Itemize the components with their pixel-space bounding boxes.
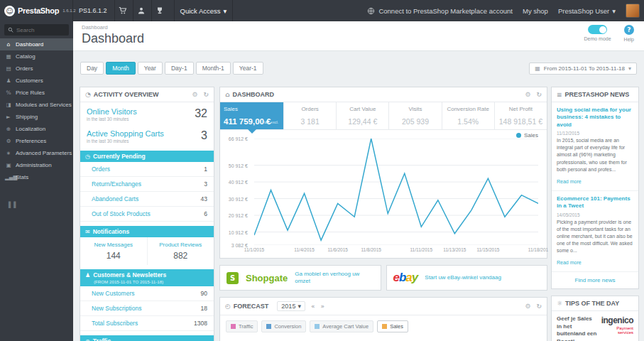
prestashop-news-panel: ≡ PRESTASHOP NEWS Using social media for… xyxy=(551,87,639,289)
customers-row-total-subscribers[interactable]: Total Subscribers 1308 xyxy=(80,316,214,331)
product-reviews-cell[interactable]: Product Reviews 882 xyxy=(148,237,214,265)
news-article-title[interactable]: Using social media for your business: 4 … xyxy=(557,107,633,129)
shopgate-promo[interactable]: S Shopgate Ga mobiel en verhoog uw omzet xyxy=(219,265,381,291)
pending-row-abandoned-carts[interactable]: Abandoned Carts 43 xyxy=(80,192,214,207)
prev-year-button[interactable]: « xyxy=(311,303,315,310)
forecast-legend-average-cart-value[interactable]: Average Cart Value xyxy=(310,320,373,332)
gear-icon[interactable]: ⚙ xyxy=(192,91,197,98)
activity-icon: ◔ xyxy=(85,91,91,98)
forecast-legend-sales[interactable]: Sales xyxy=(377,320,408,332)
kpi-conversion-rate[interactable]: Conversion Rate 1.54% xyxy=(442,102,495,129)
ebay-promo[interactable]: ebay Start uw eBay-winkel vandaag xyxy=(386,265,548,291)
kpi-visits[interactable]: Visits 205 939 xyxy=(389,102,442,129)
prestashop-logo[interactable]: ☺ PrestaShop 1.6.1.2 xyxy=(0,0,73,21)
legend-dot xyxy=(516,133,521,138)
x-axis-label: 11/18/201 xyxy=(528,247,548,252)
prestashop-logo-icon: ☺ xyxy=(4,6,15,16)
sidebar-menu: ⌂ Dashboard ▦ Catalog ▤ Orders ♟ Custome… xyxy=(0,38,73,183)
sidebar-collapse-button[interactable]: ▌▌ xyxy=(9,202,73,208)
read-more-link[interactable]: Read more xyxy=(557,179,582,184)
forecast-year-select[interactable]: 2015 ▾ xyxy=(277,301,305,311)
sidebar-item-administration[interactable]: ▣ Administration xyxy=(0,159,73,171)
customers-row-new-customers[interactable]: New Customers 90 xyxy=(80,286,214,301)
sidebar-item-customers[interactable]: ♟ Customers xyxy=(0,75,73,87)
globe-icon xyxy=(367,7,375,15)
refresh-icon[interactable]: ↻ xyxy=(203,91,209,98)
sidebar-item-localization[interactable]: ⊕ Localization xyxy=(0,123,73,135)
date-range-picker[interactable]: ▦ From 2015-11-01 To 2015-11-18 ▾ xyxy=(529,63,637,75)
kpi-sales[interactable]: Sales 411 759,00 € tax excl. xyxy=(220,102,284,129)
sidebar-item-shipping[interactable]: ► Shipping xyxy=(0,111,73,123)
sidebar-item-advanced-parameters[interactable]: ∗ Advanced Parameters xyxy=(0,147,73,159)
chevron-down-icon: ▾ xyxy=(298,303,301,310)
forecast-legend-conversion[interactable]: Conversion xyxy=(261,320,306,332)
marketplace-connect-label: Connect to PrestaShop Marketplace accoun… xyxy=(378,7,513,15)
avatar[interactable] xyxy=(626,4,640,18)
quick-access-menu[interactable]: Quick Access ▾ xyxy=(174,0,234,21)
x-axis-label: 11/4/2015 xyxy=(294,247,314,252)
user-menu[interactable]: PrestaShop User ▾ xyxy=(558,7,616,15)
breadcrumb[interactable]: Dashboard xyxy=(82,24,635,31)
x-axis-label: 11/15/2015 xyxy=(476,247,499,252)
filter-year-1-button[interactable]: Year-1 xyxy=(233,62,263,75)
kpi-cart-value[interactable]: Cart Value 129,44 € xyxy=(337,102,389,129)
gear-icon[interactable]: ⚙ xyxy=(525,91,530,98)
time-filter-bar: Day Month Year Day-1 Month-1 Year-1 ▦ Fr… xyxy=(80,62,637,75)
customers-row-new-subscriptions[interactable]: New Subscriptions 18 xyxy=(80,301,214,316)
cart-icon[interactable] xyxy=(114,0,131,21)
new-messages-cell[interactable]: New Messages 144 xyxy=(80,237,148,265)
dashboard-panel: ⌂ DASHBOARD ⚙ ↻ Sales 411 759,00 € tax e… xyxy=(219,87,547,259)
refresh-icon[interactable]: ↻ xyxy=(536,91,542,98)
help-button[interactable]: ? Help xyxy=(624,25,634,42)
dashboard-panel-title: DASHBOARD xyxy=(232,91,274,98)
sidebar-search[interactable] xyxy=(4,24,69,36)
filter-month-button[interactable]: Month xyxy=(106,62,136,75)
tips-panel-title: TIPS OF THE DAY xyxy=(565,300,619,307)
sidebar-item-catalog[interactable]: ▦ Catalog xyxy=(0,50,73,63)
sidebar-item-price-rules[interactable]: % Price Rules xyxy=(0,87,73,99)
filter-month-1-button[interactable]: Month-1 xyxy=(196,62,231,75)
filter-year-button[interactable]: Year xyxy=(138,62,163,75)
pending-row-orders[interactable]: Orders 1 xyxy=(80,162,214,177)
chart-legend[interactable]: Sales xyxy=(516,132,538,139)
pending-section-header: ◷ Currently Pending xyxy=(80,151,214,162)
sidebar-item-dashboard[interactable]: ⌂ Dashboard xyxy=(0,38,73,50)
sidebar-item-preferences[interactable]: ⚙ Preferences xyxy=(0,135,73,147)
sidebar-item-modules[interactable]: ◨ Modules and Services xyxy=(0,99,73,111)
trophy-icon[interactable] xyxy=(151,0,168,21)
refresh-icon[interactable]: ↻ xyxy=(536,303,542,310)
customers-section-header: ♟ Customers & Newsletters (FROM 2015-11-… xyxy=(80,269,214,286)
kpi-net-profit[interactable]: Net Profit 148 918,51 € xyxy=(495,102,547,129)
active-carts-stat[interactable]: Active Shopping Carts in the last 30 min… xyxy=(80,124,214,146)
pending-row-returns[interactable]: Return/Exchanges 3 xyxy=(80,177,214,192)
filter-day-1-button[interactable]: Day-1 xyxy=(165,62,194,75)
read-more-link[interactable]: Read more xyxy=(557,260,582,265)
demo-mode-toggle[interactable]: Demo mode xyxy=(584,25,611,42)
quick-access-label: Quick Access xyxy=(180,7,221,15)
online-visitors-stat[interactable]: Online Visitors in the last 30 minutes 3… xyxy=(80,102,214,124)
shopgate-link[interactable]: Ga mobiel en verhoog uw omzet xyxy=(295,271,373,286)
help-icon: ? xyxy=(624,25,634,35)
legend-swatch-traffic xyxy=(231,324,236,329)
pending-row-out-of-stock[interactable]: Out of Stock Products 6 xyxy=(80,207,214,222)
kpi-orders[interactable]: Orders 3 181 xyxy=(284,102,337,129)
sidebar-item-orders[interactable]: ▤ Orders xyxy=(0,63,73,75)
legend-swatch-sales xyxy=(382,324,387,329)
modules-icon: ◨ xyxy=(5,102,12,108)
gear-icon[interactable]: ⚙ xyxy=(525,303,530,310)
tips-headline: Geef je Sales in het buitenland een Boos… xyxy=(557,315,597,341)
my-shop-link[interactable]: My shop xyxy=(523,7,548,15)
notifications-icon: ✉ xyxy=(85,229,90,235)
find-more-news-link[interactable]: Find more news xyxy=(552,272,638,288)
toggle-switch[interactable] xyxy=(588,25,607,34)
filter-day-button[interactable]: Day xyxy=(80,62,104,75)
search-input[interactable] xyxy=(16,27,66,33)
marketplace-connect-link[interactable]: Connect to PrestaShop Marketplace accoun… xyxy=(367,7,513,15)
next-year-button[interactable]: » xyxy=(320,303,324,310)
news-article-title[interactable]: Ecommerce 101: Payments in a Tweet xyxy=(557,195,633,210)
forecast-legend-traffic[interactable]: Traffic xyxy=(226,320,258,332)
ebay-link[interactable]: Start uw eBay-winkel vandaag xyxy=(425,274,501,281)
x-axis-label: 11/1/2015 xyxy=(244,247,264,252)
employee-icon[interactable] xyxy=(133,0,150,21)
sidebar-item-stats[interactable]: ▂▄▆ Stats xyxy=(0,171,73,183)
